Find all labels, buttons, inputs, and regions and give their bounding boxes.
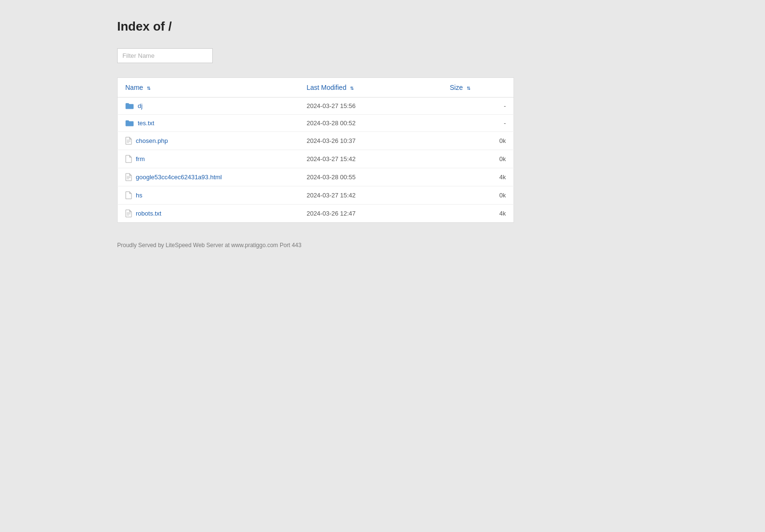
table-row: frm2024-03-27 15:420k [118, 150, 514, 168]
file-size-cell: 0k [442, 150, 514, 168]
col-header-modified[interactable]: Last Modified ⇅ [299, 78, 442, 98]
folder-icon [125, 119, 134, 127]
file-link[interactable]: chosen.php [125, 137, 291, 145]
size-sort-icon: ⇅ [467, 86, 470, 91]
file-modified-cell: 2024-03-28 00:55 [299, 168, 442, 186]
file-size-cell: - [442, 115, 514, 132]
file-size-cell: 0k [442, 132, 514, 150]
file-name-label: tes.txt [138, 119, 154, 127]
file-link[interactable]: hs [125, 191, 291, 199]
file-icon [125, 173, 132, 181]
col-header-size[interactable]: Size ⇅ [442, 78, 514, 98]
file-name-label: google53cc4cec62431a93.html [136, 174, 222, 181]
table-row: dj2024-03-27 15:56- [118, 98, 514, 115]
file-link[interactable]: dj [125, 102, 291, 109]
file-link[interactable]: google53cc4cec62431a93.html [125, 173, 291, 181]
file-name-cell: frm [118, 150, 299, 168]
file-name-cell: google53cc4cec62431a93.html [118, 168, 299, 186]
folder-icon [125, 102, 134, 109]
file-table: Name ⇅ Last Modified ⇅ Size ⇅ dj2024-03-… [117, 77, 514, 223]
filter-input[interactable] [117, 48, 213, 63]
file-size-cell: 4k [442, 205, 514, 223]
file-name-label: dj [138, 102, 142, 109]
file-name-cell: robots.txt [118, 205, 299, 223]
file-size-cell: 0k [442, 186, 514, 205]
modified-sort-icon: ⇅ [350, 86, 354, 91]
file-name-cell: dj [118, 98, 299, 115]
page-title: Index of / [117, 19, 765, 34]
file-size-cell: - [442, 98, 514, 115]
file-name-label: frm [136, 155, 145, 163]
col-header-name[interactable]: Name ⇅ [118, 78, 299, 98]
file-link[interactable]: frm [125, 155, 291, 163]
file-link[interactable]: tes.txt [125, 119, 291, 127]
file-name-label: chosen.php [136, 137, 168, 144]
table-row: google53cc4cec62431a93.html2024-03-28 00… [118, 168, 514, 186]
footer-text: Proudly Served by LiteSpeed Web Server a… [117, 242, 765, 249]
file-plain-icon [125, 155, 132, 163]
file-plain-icon [125, 191, 132, 199]
file-modified-cell: 2024-03-26 10:37 [299, 132, 442, 150]
file-name-label: robots.txt [136, 210, 161, 217]
file-icon [125, 209, 132, 217]
table-row: robots.txt2024-03-26 12:474k [118, 205, 514, 223]
file-name-cell: hs [118, 186, 299, 205]
file-name-cell: chosen.php [118, 132, 299, 150]
file-modified-cell: 2024-03-27 15:42 [299, 150, 442, 168]
file-link[interactable]: robots.txt [125, 209, 291, 217]
name-sort-icon: ⇅ [147, 86, 151, 91]
file-size-cell: 4k [442, 168, 514, 186]
file-modified-cell: 2024-03-28 00:52 [299, 115, 442, 132]
file-name-label: hs [136, 192, 142, 199]
file-modified-cell: 2024-03-27 15:42 [299, 186, 442, 205]
file-icon [125, 137, 132, 145]
file-modified-cell: 2024-03-27 15:56 [299, 98, 442, 115]
table-row: chosen.php2024-03-26 10:370k [118, 132, 514, 150]
file-modified-cell: 2024-03-26 12:47 [299, 205, 442, 223]
file-name-cell: tes.txt [118, 115, 299, 132]
table-row: tes.txt2024-03-28 00:52- [118, 115, 514, 132]
table-row: hs2024-03-27 15:420k [118, 186, 514, 205]
